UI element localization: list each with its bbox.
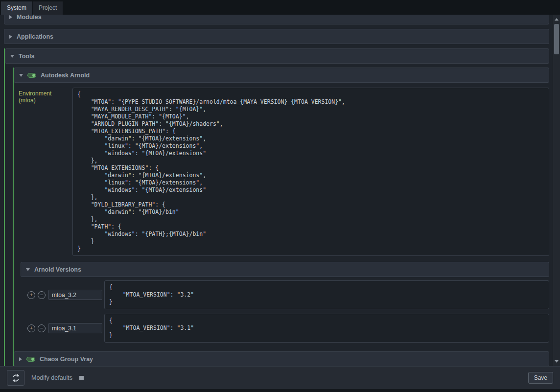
chevron-right-icon bbox=[19, 357, 22, 361]
remove-version-button[interactable]: − bbox=[38, 324, 46, 332]
refresh-icon bbox=[11, 373, 21, 383]
version-row-buttons: + − bbox=[27, 324, 46, 332]
tab-project[interactable]: Project bbox=[33, 1, 63, 15]
arnold-enabled-toggle[interactable] bbox=[27, 73, 36, 78]
scrollbar-track[interactable] bbox=[553, 22, 560, 359]
section-applications: Applications bbox=[4, 29, 549, 44]
tools-section-body: Autodesk Arnold Environment (mtoa) { "MT… bbox=[5, 64, 549, 366]
version-json-editor[interactable]: { "MTOA_VERSION": "3.1" } bbox=[104, 314, 549, 343]
subsection-vray: Chaos Group Vray bbox=[13, 351, 549, 366]
add-version-button[interactable]: + bbox=[27, 291, 35, 299]
chevron-right-icon bbox=[9, 35, 12, 39]
vray-enabled-toggle[interactable] bbox=[26, 357, 35, 362]
arnold-versions-header[interactable]: Arnold Versions bbox=[21, 262, 549, 277]
version-json-editor[interactable]: { "MTOA_VERSION": "3.2" } bbox=[104, 280, 549, 309]
add-version-button[interactable]: + bbox=[27, 324, 35, 332]
toggle-knob bbox=[31, 358, 34, 361]
version-row: + − { "MTOA_VERSION": "3.2" } bbox=[27, 280, 549, 309]
chevron-down-icon bbox=[19, 74, 23, 77]
settings-body: Modules Applications Tools bbox=[0, 15, 560, 366]
scroll-up-button[interactable] bbox=[553, 16, 560, 22]
section-title-modules: Modules bbox=[17, 15, 42, 21]
save-button[interactable]: Save bbox=[528, 372, 553, 384]
remove-version-button[interactable]: − bbox=[38, 291, 46, 299]
settings-window: System Project Modules Applications bbox=[0, 0, 560, 392]
scrollbar-thumb[interactable] bbox=[554, 24, 559, 54]
window-bottom-edge bbox=[0, 389, 560, 392]
arrow-up-icon bbox=[555, 16, 559, 21]
tab-bar: System Project bbox=[0, 0, 560, 15]
section-modules: Modules bbox=[4, 15, 549, 24]
version-row-buttons: + − bbox=[27, 291, 46, 299]
settings-scroll-area: Modules Applications Tools bbox=[0, 15, 553, 366]
vertical-scrollbar[interactable] bbox=[553, 15, 560, 366]
chevron-down-icon bbox=[26, 268, 30, 271]
toggle-knob bbox=[32, 74, 35, 77]
arrow-down-icon bbox=[555, 360, 559, 365]
arnold-versions-block: Arnold Versions + − { "MTOA_V bbox=[21, 262, 549, 343]
subsection-title-vray: Chaos Group Vray bbox=[40, 356, 93, 363]
version-name-input[interactable] bbox=[48, 323, 102, 333]
section-title-applications: Applications bbox=[17, 33, 53, 40]
modify-defaults-checkbox[interactable] bbox=[79, 376, 84, 380]
scroll-down-button[interactable] bbox=[553, 359, 560, 365]
subsection-arnold: Autodesk Arnold Environment (mtoa) { "MT… bbox=[13, 68, 549, 351]
environment-field-label: Environment (mtoa) bbox=[14, 88, 72, 104]
environment-field-row: Environment (mtoa) { "MTOA": "{PYPE_STUD… bbox=[14, 88, 549, 256]
version-row: + − { "MTOA_VERSION": "3.1" } bbox=[27, 314, 549, 343]
section-header-applications[interactable]: Applications bbox=[4, 29, 549, 44]
chevron-right-icon bbox=[9, 15, 12, 19]
subsection-header-arnold[interactable]: Autodesk Arnold bbox=[14, 68, 549, 83]
chevron-down-icon bbox=[10, 55, 14, 58]
version-name-input[interactable] bbox=[48, 290, 102, 300]
subsection-header-vray[interactable]: Chaos Group Vray bbox=[14, 351, 549, 366]
modify-defaults-label: Modify defaults bbox=[31, 374, 72, 381]
environment-json-editor[interactable]: { "MTOA": "{PYPE_STUDIO_SOFTWARE}/arnold… bbox=[72, 88, 549, 256]
section-header-tools[interactable]: Tools bbox=[5, 48, 549, 64]
arnold-versions-title: Arnold Versions bbox=[34, 266, 81, 273]
arnold-body: Environment (mtoa) { "MTOA": "{PYPE_STUD… bbox=[14, 83, 549, 351]
tab-system[interactable]: System bbox=[1, 1, 32, 15]
section-header-modules[interactable]: Modules bbox=[4, 15, 549, 24]
section-tools: Tools Autodesk Arnold bbox=[4, 48, 549, 366]
subsection-title-arnold: Autodesk Arnold bbox=[41, 72, 90, 79]
refresh-button[interactable] bbox=[7, 370, 24, 386]
section-title-tools: Tools bbox=[19, 53, 34, 60]
footer-bar: Modify defaults Save bbox=[0, 366, 560, 389]
